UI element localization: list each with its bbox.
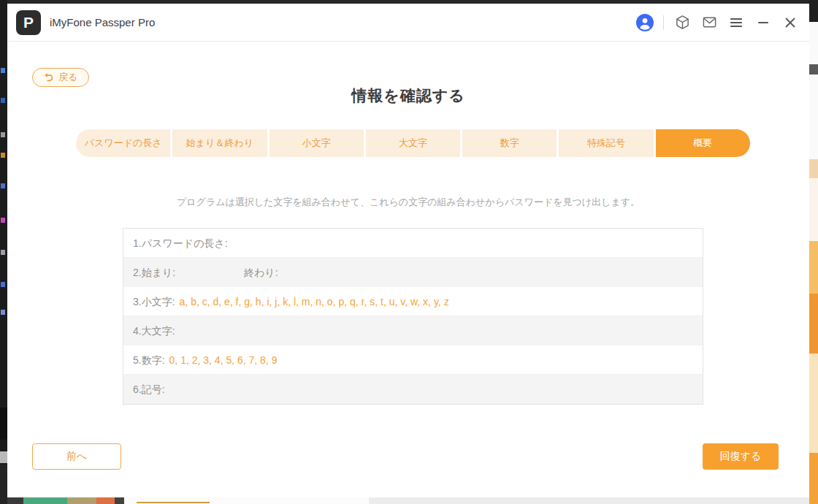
- tab-special-symbols[interactable]: 特殊記号: [559, 129, 653, 157]
- desktop-icon-fragment: [0, 451, 7, 463]
- desktop-edge-left: [0, 0, 7, 504]
- desktop-icon-fragment: [1, 153, 5, 158]
- feedback-mail-icon[interactable]: [700, 14, 718, 31]
- tab-uppercase[interactable]: 大文字: [366, 129, 460, 157]
- table-row-start-end: 2.始まり: 終わり:: [123, 258, 703, 287]
- previous-button[interactable]: 前へ: [32, 443, 121, 470]
- desktop-icon-fragment: [1, 98, 5, 103]
- row-label: 5.数字:: [133, 354, 165, 366]
- row-value: 0, 1, 2, 3, 4, 5, 6, 7, 8, 9: [169, 354, 278, 366]
- table-row-password-length: 1.パスワードの長さ:: [123, 229, 703, 258]
- row-label: 3.小文字:: [133, 296, 175, 308]
- table-row-symbols: 6.記号:: [123, 375, 703, 404]
- row-label: 2.始まり:: [133, 267, 175, 278]
- page-title: 情報を確認する: [7, 85, 809, 106]
- tab-summary[interactable]: 概要: [656, 129, 750, 157]
- page-description: プログラムは選択した文字を組み合わせて、これらの文字の組み合わせからパスワードを…: [7, 196, 809, 209]
- back-button[interactable]: 戻る: [32, 68, 89, 87]
- tab-numbers[interactable]: 数字: [462, 129, 557, 157]
- row-label: 1.パスワードの長さ:: [133, 237, 228, 249]
- summary-table: 1.パスワードの長さ: 2.始まり: 終わり: 3.小文字:a, b, c, d…: [123, 228, 703, 405]
- row-label: 6.記号:: [133, 383, 165, 395]
- desktop-icon-fragment: [0, 465, 7, 504]
- row-label: 4.大文字:: [133, 325, 175, 337]
- menu-icon[interactable]: [727, 14, 745, 31]
- titlebar-divider: [663, 15, 664, 30]
- minimize-icon[interactable]: [754, 14, 772, 31]
- close-icon[interactable]: [781, 14, 799, 31]
- background-window-accent: [137, 502, 210, 503]
- titlebar: P iMyFone Passper Pro: [7, 4, 809, 42]
- desktop-icon-fragment: [1, 282, 5, 287]
- desktop-icon-fragment: [1, 250, 5, 255]
- back-button-label: 戻る: [58, 71, 77, 84]
- tab-lowercase[interactable]: 小文字: [270, 129, 364, 157]
- recover-button[interactable]: 回復する: [703, 443, 779, 470]
- tab-start-end[interactable]: 始まり＆終わり: [172, 129, 267, 157]
- desktop-icon-fragment: [1, 68, 5, 73]
- app-title: iMyFone Passper Pro: [50, 16, 155, 28]
- table-row-numbers: 5.数字:0, 1, 2, 3, 4, 5, 6, 7, 8, 9: [123, 345, 703, 375]
- app-logo: P: [16, 10, 41, 35]
- app-window: P iMyFone Passper Pro: [7, 4, 809, 497]
- row-value: a, b, c, d, e, f, g, h, i, j, k, l, m, n…: [180, 296, 449, 308]
- desktop-edge-bottom: [7, 497, 809, 504]
- desktop-icon-fragment: [1, 310, 5, 315]
- row-label-end: 終わり:: [244, 258, 278, 287]
- step-tabs: パスワードの長さ 始まり＆終わり 小文字 大文字 数字 特殊記号 概要: [76, 129, 750, 157]
- account-icon[interactable]: [636, 14, 654, 31]
- desktop-icon-fragment: [0, 408, 7, 440]
- undo-arrow-icon: [44, 72, 54, 83]
- desktop-edge-right: [809, 0, 818, 504]
- products-cube-icon[interactable]: [673, 14, 691, 31]
- desktop-icon-fragment: [1, 183, 5, 188]
- desktop-icon-fragment: [1, 218, 5, 223]
- tab-password-length[interactable]: パスワードの長さ: [76, 129, 170, 157]
- table-row-lowercase: 3.小文字:a, b, c, d, e, f, g, h, i, j, k, l…: [123, 287, 703, 316]
- desktop-icon-fragment: [1, 132, 5, 137]
- table-row-uppercase: 4.大文字:: [123, 316, 703, 345]
